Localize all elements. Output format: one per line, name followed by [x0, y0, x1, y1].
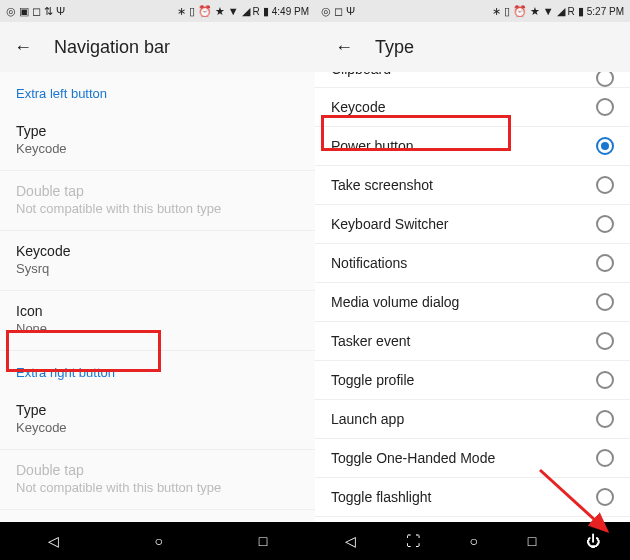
- network-label: R: [568, 6, 575, 17]
- option-label: Toggle flashlight: [331, 489, 431, 505]
- option-row[interactable]: Take screenshot: [315, 166, 630, 205]
- wifi-icon: ▼: [228, 6, 239, 17]
- status-left: ◎ ▣ ◻ ⇅ Ψ: [6, 6, 65, 17]
- option-label: Keyboard Switcher: [331, 216, 449, 232]
- status-bar: ◎ ◻ Ψ ∗ ▯ ⏰ ★ ▼ ◢ R ▮ 5:27 PM: [315, 0, 630, 22]
- option-label: Power button: [331, 138, 414, 154]
- signal-icon: ◢: [242, 6, 250, 17]
- row-icon-sub: None: [16, 321, 299, 336]
- radio-icon[interactable]: [596, 215, 614, 233]
- row-doubletap2: Double tap Not compatible with this butt…: [0, 450, 315, 510]
- option-label: Launch app: [331, 411, 404, 427]
- nav-recent-icon[interactable]: □: [259, 533, 267, 549]
- option-row[interactable]: Launch app: [315, 400, 630, 439]
- row-doubletap: Double tap Not compatible with this butt…: [0, 171, 315, 231]
- vibrate-icon: ▯: [189, 6, 195, 17]
- target-icon: ◎: [6, 6, 16, 17]
- clock-label: 4:49 PM: [272, 6, 309, 17]
- row-icon-title: Icon: [16, 303, 299, 319]
- signal-icon: ◢: [557, 6, 565, 17]
- nav-fullscreen-icon[interactable]: ⛶: [406, 533, 420, 549]
- battery-icon: ▮: [263, 6, 269, 17]
- option-row[interactable]: Media volume dialog: [315, 283, 630, 322]
- back-icon[interactable]: ←: [14, 37, 32, 58]
- content[interactable]: Extra left button Type Keycode Double ta…: [0, 72, 315, 522]
- status-bar: ◎ ▣ ◻ ⇅ Ψ ∗ ▯ ⏰ ★ ▼ ◢ R ▮ 4:49 PM: [0, 0, 315, 22]
- radio-icon[interactable]: [596, 371, 614, 389]
- nav-bar: ◁ ⛶ ○ □ ⏻: [315, 522, 630, 560]
- content[interactable]: ClipboardKeycodePower buttonTake screens…: [315, 72, 630, 522]
- row-type-title: Type: [16, 123, 299, 139]
- option-row[interactable]: Notifications: [315, 244, 630, 283]
- status-right: ∗ ▯ ⏰ ★ ▼ ◢ R ▮ 4:49 PM: [177, 6, 309, 17]
- option-row[interactable]: Power button: [315, 127, 630, 166]
- row-doubletap2-sub: Not compatible with this button type: [16, 480, 299, 495]
- row-doubletap2-title: Double tap: [16, 462, 299, 478]
- radio-icon[interactable]: [596, 254, 614, 272]
- nav-home-icon[interactable]: ○: [470, 533, 478, 549]
- star-icon: ★: [530, 6, 540, 17]
- row-doubletap-title: Double tap: [16, 183, 299, 199]
- option-label: Toggle One-Handed Mode: [331, 450, 495, 466]
- row-type2-sub: Keycode: [16, 420, 299, 435]
- page-title: Navigation bar: [54, 37, 170, 58]
- option-row[interactable]: Keyboard Switcher: [315, 205, 630, 244]
- row-type-sub: Keycode: [16, 141, 299, 156]
- row-icon[interactable]: Icon None: [0, 291, 315, 351]
- nav-back-icon[interactable]: ◁: [345, 533, 356, 549]
- app-bar: ← Type: [315, 22, 630, 72]
- section-extra-left: Extra left button: [0, 72, 315, 111]
- bt-icon: ∗: [177, 6, 186, 17]
- row-type2[interactable]: Type Keycode: [0, 390, 315, 450]
- radio-icon[interactable]: [596, 410, 614, 428]
- radio-icon[interactable]: [596, 332, 614, 350]
- radio-icon[interactable]: [596, 293, 614, 311]
- status-right: ∗ ▯ ⏰ ★ ▼ ◢ R ▮ 5:27 PM: [492, 6, 624, 17]
- status-left: ◎ ◻ Ψ: [321, 6, 355, 17]
- page-title: Type: [375, 37, 414, 58]
- option-row[interactable]: Clipboard: [315, 72, 630, 88]
- section-extra-right: Extra right button: [0, 351, 315, 390]
- image-icon: ▣: [19, 6, 29, 17]
- radio-icon[interactable]: [596, 137, 614, 155]
- alarm-icon: ⏰: [198, 6, 212, 17]
- nav-back-icon[interactable]: ◁: [48, 533, 59, 549]
- sync-icon: ⇅: [44, 6, 53, 17]
- nav-recent-icon[interactable]: □: [528, 533, 536, 549]
- screen-left: ◎ ▣ ◻ ⇅ Ψ ∗ ▯ ⏰ ★ ▼ ◢ R ▮ 4:49 PM ← Navi…: [0, 0, 315, 560]
- option-label: Toggle profile: [331, 372, 414, 388]
- usb-icon: Ψ: [56, 6, 65, 17]
- clock-label: 5:27 PM: [587, 6, 624, 17]
- nav-power-icon[interactable]: ⏻: [586, 533, 600, 549]
- option-label: Clipboard: [331, 72, 391, 77]
- row-keycode-title: Keycode: [16, 243, 299, 259]
- option-row[interactable]: Toggle profile: [315, 361, 630, 400]
- nav-home-icon[interactable]: ○: [155, 533, 163, 549]
- option-label: Take screenshot: [331, 177, 433, 193]
- row-doubletap-sub: Not compatible with this button type: [16, 201, 299, 216]
- row-keycode-sub: Sysrq: [16, 261, 299, 276]
- wifi-icon: ▼: [543, 6, 554, 17]
- radio-icon[interactable]: [596, 98, 614, 116]
- radio-icon[interactable]: [596, 488, 614, 506]
- cloud-icon: ◻: [334, 6, 343, 17]
- alarm-icon: ⏰: [513, 6, 527, 17]
- radio-icon[interactable]: [596, 176, 614, 194]
- option-row[interactable]: Toggle One-Handed Mode: [315, 439, 630, 478]
- cloud-icon: ◻: [32, 6, 41, 17]
- option-row[interactable]: Keycode: [315, 88, 630, 127]
- network-label: R: [253, 6, 260, 17]
- option-label: Keycode: [331, 99, 385, 115]
- option-label: Notifications: [331, 255, 407, 271]
- row-keycode2[interactable]: Keycode Power: [0, 510, 315, 522]
- vibrate-icon: ▯: [504, 6, 510, 17]
- radio-icon[interactable]: [596, 72, 614, 87]
- target-icon: ◎: [321, 6, 331, 17]
- row-type[interactable]: Type Keycode: [0, 111, 315, 171]
- back-icon[interactable]: ←: [335, 37, 353, 58]
- radio-icon[interactable]: [596, 449, 614, 467]
- row-keycode[interactable]: Keycode Sysrq: [0, 231, 315, 291]
- option-row[interactable]: Tasker event: [315, 322, 630, 361]
- row-type2-title: Type: [16, 402, 299, 418]
- option-row[interactable]: Toggle flashlight: [315, 478, 630, 517]
